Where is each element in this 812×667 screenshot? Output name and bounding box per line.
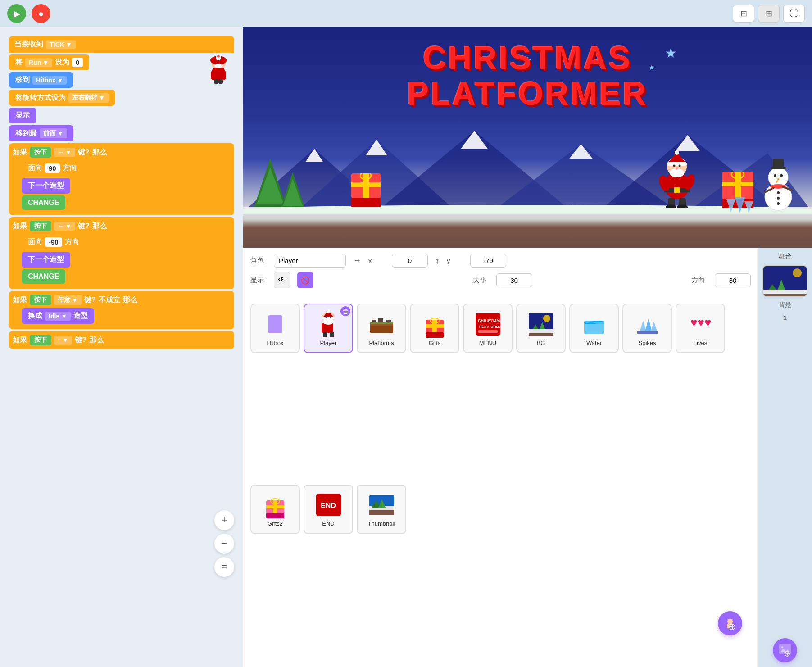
- if-left-header[interactable]: 如果 按下 ← ▼ 键? 那么: [13, 221, 231, 231]
- svg-point-10: [215, 64, 222, 68]
- sprite-item-bg[interactable]: BG: [516, 304, 566, 353]
- sprite-item-platforms[interactable]: Platforms: [357, 304, 406, 353]
- y-input[interactable]: [470, 254, 506, 268]
- sprite-item-water[interactable]: Water: [569, 304, 619, 353]
- zoom-in-button[interactable]: +: [214, 510, 234, 530]
- arrow-right-tag[interactable]: → ▼: [54, 148, 75, 157]
- svg-rect-77: [322, 317, 335, 319]
- face-90-row: 面向 90 方向: [22, 160, 231, 176]
- up-tag[interactable]: ↑ ▼: [54, 336, 72, 345]
- layout1-button[interactable]: ⊟: [733, 5, 754, 23]
- x-label: x: [368, 257, 385, 264]
- show-row: 显示: [9, 108, 234, 123]
- svg-rect-97: [478, 330, 498, 333]
- svg-text:PLATFORMER: PLATFORMER: [479, 325, 500, 329]
- view-controls: ⊟ ⊞ ⛶: [733, 5, 805, 23]
- arrow-left-tag[interactable]: ← ▼: [54, 222, 75, 231]
- press2-tag[interactable]: 按下: [30, 221, 51, 231]
- sprite-item-lives[interactable]: ♥♥♥ Lives: [676, 304, 725, 353]
- rotation-block[interactable]: 将旋转方式设为 左右翻转 ▼: [9, 90, 115, 106]
- run-button[interactable]: ▶: [7, 4, 26, 23]
- next-costume2-row: 下一个造型: [22, 252, 231, 268]
- switch-idle-block[interactable]: 换成 Idle ▼ 造型: [22, 308, 94, 324]
- face-val[interactable]: 90: [45, 163, 60, 173]
- layout2-button[interactable]: ⊞: [758, 5, 780, 23]
- press3-tag[interactable]: 按下: [30, 295, 51, 305]
- lives-name: Lives: [694, 340, 707, 346]
- next-costume-block[interactable]: 下一个造型: [22, 178, 70, 194]
- hitbox-tag[interactable]: Hitbox ▼: [32, 76, 67, 85]
- if-any-body: 换成 Idle ▼ 造型: [22, 308, 231, 324]
- spikes-name: Spikes: [638, 340, 656, 346]
- size-input[interactable]: [496, 273, 532, 287]
- gifts2-icon: [262, 491, 289, 518]
- right-panel: 舞台 背景 1: [758, 248, 812, 667]
- direction-input[interactable]: [715, 273, 751, 287]
- show-label: 显示: [250, 276, 267, 285]
- var-run-tag[interactable]: Run ▼: [25, 58, 52, 67]
- if-up-header[interactable]: 如果 按下 ↑ ▼ 键? 那么: [13, 335, 231, 345]
- hide-button[interactable]: 🚫: [297, 272, 313, 288]
- cat-plus-icon: [724, 617, 736, 630]
- front-tag[interactable]: 前面 ▼: [40, 128, 67, 138]
- fullscreen-button[interactable]: ⛶: [783, 5, 805, 23]
- change2-block[interactable]: CHANGE: [22, 269, 65, 284]
- water-icon: [581, 311, 608, 338]
- sprite-item-menu[interactable]: CHRISTMAS PLATFORMER MENU: [463, 304, 513, 353]
- sprite-properties: 角色 ↔ x ↕ y 显示 👁 🚫 大小: [243, 248, 758, 298]
- move-to-block[interactable]: 移到 Hitbox ▼: [9, 72, 73, 88]
- if-any-header[interactable]: 如果 按下 任意 ▼ 键? 不成立 那么: [13, 295, 231, 305]
- svg-rect-39: [667, 162, 687, 166]
- any-tag[interactable]: 任意 ▼: [54, 295, 82, 305]
- svg-point-78: [327, 309, 330, 313]
- sprite-item-player[interactable]: 🗑: [304, 304, 353, 353]
- sprite-item-thumbnail[interactable]: Thumbnail: [357, 485, 406, 534]
- sprite-item-gifts2[interactable]: Gifts2: [250, 485, 300, 534]
- face-90-block[interactable]: 面向 90 方向: [22, 160, 83, 176]
- center-bottom: 角色 ↔ x ↕ y 显示 👁 🚫 大小: [243, 248, 812, 667]
- thumbnail-icon: [368, 491, 395, 518]
- center-content: ★ ★ ★ CHRISTMAS PLATFORMER: [243, 27, 812, 667]
- if-right-header[interactable]: 如果 按下 → ▼ 键? 那么: [13, 147, 231, 158]
- bg-label: 背景: [779, 301, 791, 309]
- zoom-more-button[interactable]: =: [214, 557, 234, 577]
- sprite-item-gifts[interactable]: Gifts: [410, 304, 459, 353]
- change-block[interactable]: CHANGE: [22, 195, 65, 210]
- face-neg-val[interactable]: -90: [45, 237, 62, 247]
- add-sprite-button[interactable]: [718, 611, 742, 635]
- sprite-name-input[interactable]: [274, 254, 346, 268]
- svg-marker-26: [283, 179, 303, 206]
- when-label: 当接收到: [14, 40, 43, 49]
- show-block[interactable]: 显示: [9, 108, 36, 123]
- sprite-item-spikes[interactable]: Spikes: [622, 304, 672, 353]
- bg-name: BG: [537, 340, 545, 346]
- move-front-block[interactable]: 移到最 前面 ▼: [9, 125, 73, 141]
- eye-button[interactable]: 👁: [274, 272, 290, 288]
- stage-thumbnail[interactable]: [762, 265, 807, 297]
- x-input[interactable]: [392, 254, 428, 268]
- delete-badge[interactable]: 🗑: [340, 306, 350, 316]
- sprite-item-end[interactable]: END END: [304, 485, 353, 534]
- rotation-val-tag[interactable]: 左右翻转 ▼: [68, 93, 109, 103]
- idle-tag[interactable]: Idle ▼: [45, 312, 71, 321]
- next-costume2-block[interactable]: 下一个造型: [22, 252, 70, 268]
- stop-button[interactable]: ●: [32, 4, 50, 23]
- set-var-block[interactable]: 将 Run ▼ 设为 0: [9, 54, 89, 70]
- rotation-row: 将旋转方式设为 左右翻转 ▼: [9, 90, 234, 106]
- press4-tag[interactable]: 按下: [30, 335, 51, 345]
- svg-text:CHRISTMAS: CHRISTMAS: [478, 318, 500, 323]
- face-neg90-block[interactable]: 面向 -90 方向: [22, 234, 86, 250]
- when-receive-block[interactable]: 当接收到 TICK ▼: [9, 36, 234, 53]
- tick-tag[interactable]: TICK ▼: [46, 40, 76, 49]
- title-line2: PLATFORMER: [407, 76, 648, 112]
- add-backdrop-button[interactable]: [773, 638, 797, 662]
- next-costume-row: 下一个造型: [22, 178, 231, 194]
- water-name: Water: [586, 340, 602, 346]
- svg-text:♥♥♥: ♥♥♥: [690, 316, 711, 329]
- sprite-item-hitbox[interactable]: Hitbox: [250, 304, 300, 353]
- press-tag[interactable]: 按下: [30, 147, 51, 158]
- run-value[interactable]: 0: [72, 58, 83, 67]
- svg-point-9: [217, 55, 220, 58]
- zoom-out-button[interactable]: −: [214, 534, 234, 554]
- svg-marker-108: [650, 322, 658, 332]
